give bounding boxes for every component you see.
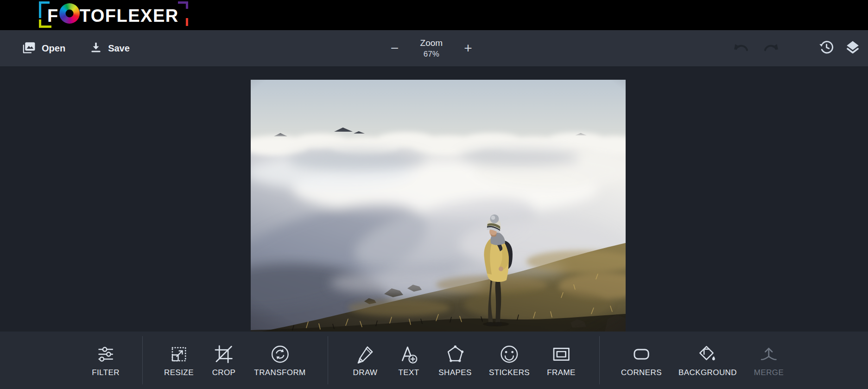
canvas-photo[interactable]: [251, 80, 626, 332]
filter-sliders-icon: [95, 344, 116, 365]
open-button[interactable]: Open: [21, 41, 65, 56]
redo-icon: [761, 41, 779, 55]
toolbar-divider: [599, 336, 600, 384]
tool-shapes[interactable]: SHAPES: [438, 332, 471, 389]
pencil-icon: [355, 344, 376, 365]
tool-transform[interactable]: TRANSFORM: [254, 332, 305, 389]
tool-label: CORNERS: [621, 368, 662, 377]
tool-frame[interactable]: FRAME: [547, 332, 576, 389]
tool-label: FILTER: [92, 368, 120, 377]
history-clock-icon: [818, 39, 834, 57]
merge-up-icon: [758, 344, 779, 365]
save-button[interactable]: Save: [89, 41, 130, 56]
frame-icon: [551, 344, 572, 365]
tool-label: CROP: [212, 368, 236, 377]
undo-icon: [733, 41, 751, 55]
add-text-icon: [398, 344, 419, 365]
top-toolbar: Open Save − Zoom 67% +: [0, 30, 868, 66]
polygon-icon: [444, 344, 466, 365]
tool-label: DRAW: [353, 368, 378, 377]
tool-label: MERGE: [754, 368, 784, 377]
zoom-value: 67%: [420, 50, 443, 59]
tool-background[interactable]: BACKGROUND: [678, 332, 737, 389]
logo-text-f: F: [47, 7, 59, 25]
save-label: Save: [108, 43, 130, 54]
app-window: F TOFLEXER Open: [0, 0, 868, 389]
open-label: Open: [42, 43, 65, 54]
logo-bracket-top-right-icon: [178, 1, 188, 9]
rainbow-aperture-icon: [59, 3, 80, 24]
toolbar-divider: [328, 336, 328, 384]
smiley-icon: [499, 344, 520, 365]
tool-corners[interactable]: CORNERS: [621, 332, 662, 389]
redo-button[interactable]: [761, 41, 779, 55]
layers-button[interactable]: [845, 39, 861, 57]
zoom-in-button[interactable]: +: [461, 41, 475, 55]
rounded-corners-icon: [631, 344, 652, 365]
tool-text[interactable]: TEXT: [398, 332, 419, 389]
tool-label: TRANSFORM: [254, 368, 305, 377]
zoom-controls: − Zoom 67% +: [388, 30, 475, 66]
open-image-icon: [21, 41, 36, 56]
zoom-indicator: Zoom 67%: [420, 38, 443, 59]
tool-crop[interactable]: CROP: [212, 332, 236, 389]
file-actions: Open Save: [21, 30, 130, 66]
tool-filter[interactable]: FILTER: [92, 332, 120, 389]
zoom-out-button[interactable]: −: [388, 41, 402, 55]
toolbar-divider: [142, 336, 143, 384]
tool-stickers[interactable]: STICKERS: [489, 332, 530, 389]
undo-button[interactable]: [733, 41, 751, 55]
tool-draw[interactable]: DRAW: [353, 332, 378, 389]
tool-label: BACKGROUND: [678, 368, 737, 377]
tool-label: RESIZE: [164, 368, 194, 377]
tool-resize[interactable]: RESIZE: [164, 332, 194, 389]
crop-icon: [213, 344, 234, 365]
tool-label: FRAME: [547, 368, 576, 377]
transform-sync-icon: [269, 344, 291, 365]
history-button[interactable]: [818, 39, 834, 57]
header-bar: F TOFLEXER: [0, 0, 868, 30]
zoom-label: Zoom: [420, 38, 443, 48]
tool-merge[interactable]: MERGE: [754, 332, 784, 389]
paint-bucket-icon: [697, 344, 718, 365]
tool-label: TEXT: [398, 368, 419, 377]
download-icon: [89, 41, 102, 56]
resize-icon: [168, 344, 190, 365]
app-logo: F TOFLEXER: [39, 1, 188, 28]
tool-label: SHAPES: [438, 368, 471, 377]
layers-icon: [845, 39, 861, 57]
tool-label: STICKERS: [489, 368, 530, 377]
editor-canvas: [0, 66, 868, 332]
logo-text-rest: TOFLEXER: [80, 7, 179, 25]
logo-bracket-bottom-right-icon: [184, 18, 188, 26]
tools-toolbar: FILTER RESIZE CROP: [0, 332, 868, 389]
